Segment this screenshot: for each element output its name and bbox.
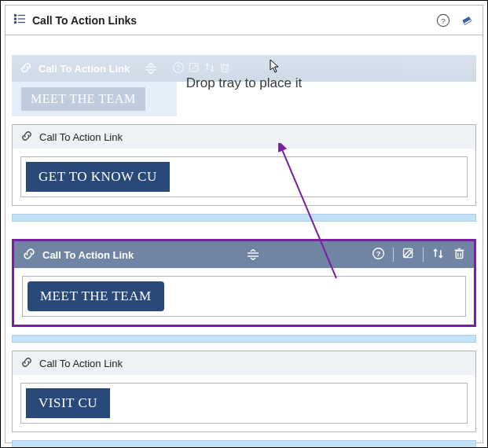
svg-text:?: ? [177, 64, 181, 72]
delete-icon [218, 64, 231, 76]
cta-card-header: Call To Action Link [13, 351, 475, 375]
cta-card-label: Call To Action Link [39, 131, 123, 143]
svg-text:?: ? [441, 16, 446, 24]
window-header: Call To Action Links ? [6, 6, 482, 35]
eraser-icon[interactable] [459, 13, 475, 28]
ghost-cta-button: MEET THE TEAM [21, 87, 145, 111]
drop-target[interactable]: Call To Action Link ? MEET THE TEAM [12, 55, 476, 116]
grip-icon [142, 61, 160, 75]
cta-card-label: Call To Action Link [42, 249, 134, 261]
help-icon[interactable]: ? [372, 247, 385, 263]
divider [423, 248, 424, 262]
cta-card[interactable]: Call To Action Link VISIT CU [12, 351, 476, 432]
cta-card-header: Call To Action Link [13, 125, 475, 149]
ghost-card-header: Call To Action Link ? [12, 55, 476, 82]
cta-card-selected[interactable]: Call To Action Link ? MEET THE TEAM [12, 239, 476, 327]
ghost-card-label: Call To Action Link [39, 63, 130, 75]
link-icon [20, 356, 33, 371]
cta-field[interactable]: GET TO KNOW CU [20, 156, 468, 197]
cta-card[interactable]: Call To Action Link GET TO KNOW CU [12, 124, 476, 206]
drop-strip[interactable] [12, 214, 476, 222]
svg-point-4 [14, 21, 16, 23]
window-title: Call To Action Links [32, 14, 429, 27]
help-icon[interactable]: ? [435, 13, 451, 28]
sort-icon[interactable] [431, 247, 445, 263]
cta-button[interactable]: MEET THE TEAM [28, 281, 164, 311]
svg-text:?: ? [376, 250, 381, 258]
ghost-card-body: MEET THE TEAM [12, 82, 177, 116]
svg-rect-24 [456, 251, 463, 258]
help-icon: ? [172, 64, 185, 76]
link-icon [22, 247, 36, 263]
divider [393, 248, 394, 262]
list-icon [13, 13, 26, 28]
cta-card-body: MEET THE TEAM [14, 268, 474, 325]
cta-button[interactable]: GET TO KNOW CU [26, 162, 170, 192]
edit-icon[interactable] [402, 247, 415, 263]
cta-card-body: VISIT CU [13, 375, 475, 431]
svg-rect-15 [222, 64, 228, 72]
svg-point-0 [14, 14, 16, 16]
svg-point-2 [14, 17, 16, 19]
cta-card-body: GET TO KNOW CU [13, 149, 475, 205]
delete-icon[interactable] [453, 247, 466, 263]
cta-button[interactable]: VISIT CU [26, 388, 110, 418]
link-icon [20, 61, 32, 76]
cta-card-label: Call To Action Link [39, 358, 123, 369]
edit-icon [188, 64, 200, 76]
drop-strip[interactable] [12, 335, 476, 343]
cta-card-header-active[interactable]: Call To Action Link ? [14, 241, 474, 268]
cta-field[interactable]: MEET THE TEAM [22, 276, 466, 317]
cta-field[interactable]: VISIT CU [20, 383, 468, 424]
drop-strip[interactable] [12, 440, 476, 448]
sort-icon [204, 64, 216, 76]
link-icon [20, 130, 33, 145]
grip-icon[interactable] [244, 248, 262, 262]
